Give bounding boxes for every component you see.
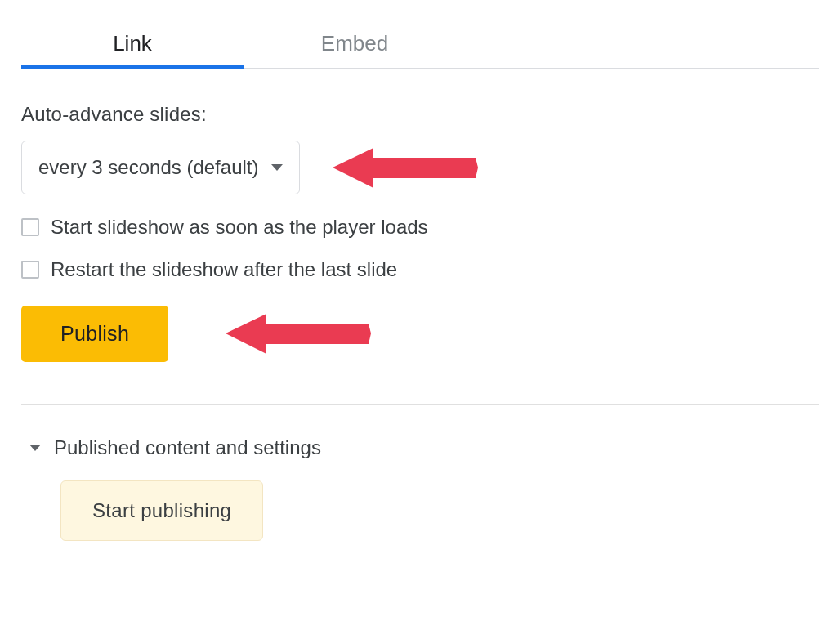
svg-marker-1 [226, 314, 371, 354]
auto-advance-selected-value: every 3 seconds (default) [38, 156, 258, 179]
checkbox-row-start-on-load: Start slideshow as soon as the player lo… [21, 216, 819, 239]
publish-button[interactable]: Publish [21, 306, 168, 362]
annotation-arrow-icon [333, 145, 480, 190]
svg-marker-0 [333, 148, 478, 188]
checkbox-start-on-load-label: Start slideshow as soon as the player lo… [51, 216, 428, 239]
published-content-expander[interactable]: Published content and settings [29, 436, 819, 459]
checkbox-start-on-load[interactable] [21, 218, 39, 236]
tab-link[interactable]: Link [21, 23, 244, 68]
checkbox-restart-after-last[interactable] [21, 261, 39, 279]
start-publishing-button[interactable]: Start publishing [60, 480, 263, 541]
checkbox-row-restart: Restart the slideshow after the last sli… [21, 258, 819, 281]
checkbox-restart-after-last-label: Restart the slideshow after the last sli… [51, 258, 397, 281]
auto-advance-label: Auto-advance slides: [21, 103, 819, 126]
tabs: Link Embed [21, 23, 819, 69]
annotation-arrow-icon [226, 311, 373, 356]
chevron-down-icon [271, 164, 283, 171]
published-content-label: Published content and settings [54, 436, 321, 459]
divider [21, 404, 819, 405]
auto-advance-select[interactable]: every 3 seconds (default) [21, 141, 300, 194]
tab-embed[interactable]: Embed [244, 23, 466, 68]
chevron-down-icon [29, 445, 41, 451]
